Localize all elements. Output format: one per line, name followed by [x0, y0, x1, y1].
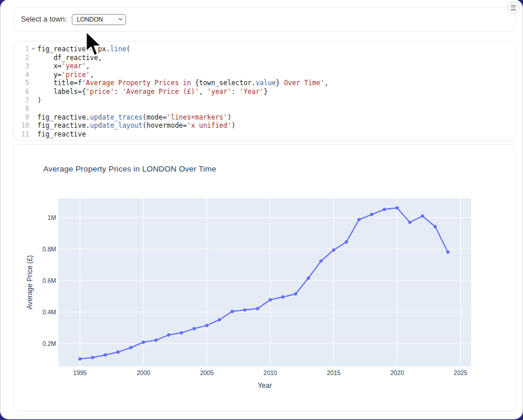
data-point[interactable]: [155, 338, 158, 342]
data-point[interactable]: [205, 324, 209, 327]
x-tick-label: 2020: [390, 369, 405, 376]
code-token: x=: [37, 62, 62, 70]
line-number: 6: [14, 88, 29, 96]
data-point[interactable]: [370, 213, 374, 216]
code-line[interactable]: 7): [14, 96, 515, 105]
fold-spacer: [29, 71, 37, 79]
code-token: ,: [199, 88, 207, 96]
code-line[interactable]: 10fig_reactive.update_layout(hovermode='…: [14, 121, 515, 130]
code-line[interactable]: 8: [14, 104, 515, 113]
line-number: 5: [14, 79, 29, 88]
code-line[interactable]: 6 labels={'price': 'Average Price (£)', …: [14, 88, 515, 96]
code-text: y='price',: [37, 71, 94, 79]
data-point[interactable]: [269, 298, 272, 302]
code-line[interactable]: 5 title=f'Average Property Prices in {to…: [14, 79, 515, 88]
code-token: fig_reactive.: [37, 121, 90, 130]
data-point[interactable]: [383, 208, 386, 211]
code-token: 'price': [86, 88, 114, 96]
y-tick-label: 0.4M: [43, 309, 56, 316]
code-text: df_reactive,: [37, 54, 102, 62]
code-token: value: [256, 79, 276, 87]
code-text: fig_reactive: [37, 130, 86, 139]
x-tick-label: 2025: [454, 369, 468, 376]
x-tick-label: 1995: [73, 369, 87, 376]
data-point[interactable]: [447, 250, 450, 254]
code-token: ): [227, 113, 231, 121]
hamburger-icon: [511, 5, 516, 6]
code-text: x='year',: [37, 62, 90, 71]
code-token: 'price': [62, 71, 90, 79]
code-token: (: [126, 45, 130, 53]
line-number: 1: [14, 45, 29, 54]
data-point[interactable]: [306, 276, 310, 280]
fold-spacer: [29, 96, 37, 105]
code-token: Over Time': [280, 79, 324, 87]
data-point[interactable]: [396, 206, 399, 210]
code-token: }: [264, 88, 268, 96]
data-point[interactable]: [319, 260, 323, 263]
code-token: line: [110, 45, 127, 53]
data-point[interactable]: [408, 220, 412, 224]
data-point[interactable]: [421, 215, 424, 218]
code-token: fig_reactive: [37, 130, 86, 138]
fold-chevron-icon[interactable]: [29, 45, 37, 54]
code-token: 'Average Property Prices in: [82, 79, 195, 87]
fold-spacer: [29, 54, 37, 62]
fold-spacer: [29, 121, 37, 130]
data-point[interactable]: [231, 310, 234, 313]
code-token: {town_selector.: [195, 79, 256, 87]
code-editor[interactable]: 1fig_reactive = px.line(2 df_reactive,3 …: [14, 45, 515, 139]
line-number: 8: [14, 104, 29, 113]
line-number: 3: [14, 62, 29, 71]
fold-spacer: [29, 79, 37, 88]
data-point[interactable]: [357, 218, 361, 222]
data-point[interactable]: [434, 225, 437, 229]
code-line[interactable]: 11fig_reactive: [14, 130, 515, 139]
code-token: 'x unified': [187, 121, 231, 130]
code-token: 'lines+markers': [167, 113, 228, 121]
data-point[interactable]: [193, 327, 196, 331]
code-line[interactable]: 3 x='year',: [14, 62, 515, 71]
code-line[interactable]: 4 y='price',: [14, 71, 515, 79]
code-token: ,: [90, 71, 94, 79]
price-line-chart: 19952000200520102015202020250.2M0.4M0.6M…: [14, 145, 515, 411]
code-line[interactable]: 9fig_reactive.update_traces(mode='lines+…: [14, 113, 515, 122]
code-text: fig_reactive.update_traces(mode='lines+m…: [37, 113, 231, 122]
data-point[interactable]: [167, 333, 170, 337]
code-token: 'year': [207, 88, 232, 96]
town-select[interactable]: LONDON: [72, 14, 126, 25]
code-text: title=f'Average Property Prices in {town…: [37, 79, 329, 88]
data-point[interactable]: [78, 357, 82, 360]
code-cell[interactable]: 1fig_reactive = px.line(2 df_reactive,3 …: [13, 41, 516, 141]
data-point[interactable]: [294, 292, 298, 296]
data-point[interactable]: [218, 318, 221, 321]
data-point[interactable]: [116, 351, 120, 354]
code-token: fig_reactive.: [37, 113, 90, 121]
data-point[interactable]: [243, 308, 247, 312]
y-tick-label: 0.6M: [43, 277, 56, 284]
y-axis-title: Average Price (£): [26, 255, 34, 309]
code-token: title=f: [37, 79, 82, 87]
code-line[interactable]: 1fig_reactive = px.line(: [14, 45, 515, 54]
hamburger-icon: [511, 8, 516, 9]
data-point[interactable]: [256, 307, 260, 310]
code-token: :: [114, 88, 123, 96]
line-number: 7: [14, 96, 29, 105]
data-point[interactable]: [104, 354, 107, 357]
data-point[interactable]: [281, 295, 285, 299]
data-point[interactable]: [180, 331, 183, 335]
line-number: 11: [14, 130, 29, 139]
code-line[interactable]: 2 df_reactive,: [14, 54, 515, 62]
menu-button[interactable]: [507, 2, 519, 14]
data-point[interactable]: [91, 356, 95, 359]
app-card: Select a town: LONDON 1fig_reactive = px…: [1, 0, 522, 419]
chart-output-cell: Average Property Prices in LONDON Over T…: [13, 144, 516, 411]
line-number: 4: [14, 71, 29, 79]
code-token: ,: [86, 62, 90, 70]
data-point[interactable]: [345, 240, 348, 244]
data-point[interactable]: [332, 249, 336, 252]
code-token: (mode=: [142, 113, 167, 121]
data-point[interactable]: [129, 346, 133, 349]
data-point[interactable]: [142, 341, 145, 344]
code-token: y=: [37, 71, 62, 79]
